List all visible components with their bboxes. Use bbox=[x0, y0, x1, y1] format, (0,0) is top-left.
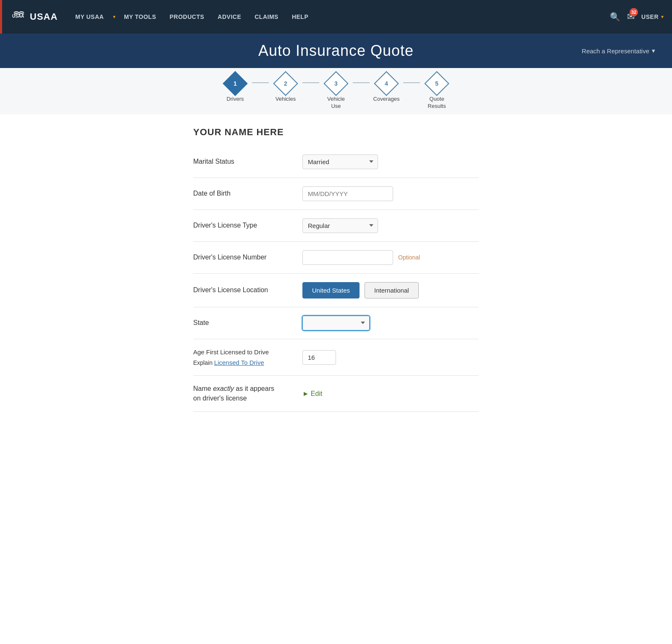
license-location-control: United States International bbox=[302, 282, 479, 298]
international-button[interactable]: International bbox=[365, 282, 419, 298]
header-banner: Auto Insurance Quote Reach a Representat… bbox=[0, 34, 672, 68]
logo-text: USAA bbox=[30, 11, 58, 22]
date-of-birth-row: Date of Birth bbox=[193, 178, 479, 210]
step-2-vehicles[interactable]: 2 Vehicles bbox=[260, 75, 311, 110]
age-licensed-control bbox=[302, 350, 479, 365]
step-2-label: Vehicles bbox=[276, 96, 296, 103]
step-1-drivers[interactable]: 1 Drivers bbox=[210, 75, 260, 110]
age-licensed-input[interactable] bbox=[302, 350, 336, 365]
step-3-number: 3 bbox=[334, 80, 338, 87]
nav-links: MY USAA ▾ MY TOOLS PRODUCTS ADVICE CLAIM… bbox=[70, 13, 610, 20]
age-licensed-row: Age First Licensed to Drive Explain Lice… bbox=[193, 339, 479, 376]
date-of-birth-input[interactable] bbox=[302, 186, 393, 201]
user-chevron-icon: ▾ bbox=[661, 14, 664, 20]
license-number-label: Driver's License Number bbox=[193, 253, 302, 262]
nav-claims[interactable]: CLAIMS bbox=[249, 13, 284, 20]
license-type-select[interactable]: Regular Commercial Learner's Permit None bbox=[302, 218, 378, 233]
logo-area[interactable]: USAA USAA bbox=[10, 8, 58, 25]
nav-advice[interactable]: ADVICE bbox=[213, 13, 246, 20]
license-type-row: Driver's License Type Regular Commercial… bbox=[193, 210, 479, 242]
usaa-logo-icon: USAA bbox=[10, 8, 27, 25]
nav-my-usaa[interactable]: MY USAA bbox=[70, 13, 109, 20]
explain-area: Explain Licensed To Drive bbox=[193, 358, 302, 367]
step-5-diamond: 5 bbox=[424, 71, 449, 96]
name-label-text: Name exactly as it appearson driver's li… bbox=[193, 385, 274, 401]
marital-status-row: Marital Status Married Single Divorced W… bbox=[193, 146, 479, 178]
user-menu[interactable]: USER ▾ bbox=[641, 13, 664, 20]
step-4-label: Coverages bbox=[373, 96, 400, 103]
section-title: YOUR NAME HERE bbox=[193, 127, 479, 138]
reach-rep-chevron-icon: ▾ bbox=[652, 47, 655, 55]
step-1-diamond: 1 bbox=[223, 71, 247, 96]
page-title: Auto Insurance Quote bbox=[258, 42, 414, 60]
step-1-number: 1 bbox=[234, 80, 237, 87]
date-of-birth-control bbox=[302, 186, 479, 201]
step-2-diamond: 2 bbox=[273, 71, 298, 96]
reach-rep-label: Reach a Representative bbox=[582, 47, 649, 55]
name-on-license-control: ► Edit bbox=[302, 390, 479, 398]
marital-status-control: Married Single Divorced Widowed bbox=[302, 154, 479, 169]
nav-products[interactable]: PRODUCTS bbox=[165, 13, 210, 20]
step-5-number: 5 bbox=[435, 80, 438, 87]
license-number-control: Optional bbox=[302, 250, 479, 265]
name-on-license-row: Name exactly as it appearson driver's li… bbox=[193, 376, 479, 412]
step-5-results[interactable]: 5 QuoteResults bbox=[412, 75, 462, 110]
state-control: Alabama Alaska Arizona California Texas bbox=[302, 316, 479, 330]
reach-representative-button[interactable]: Reach a Representative ▾ bbox=[582, 47, 655, 55]
main-form: YOUR NAME HERE Marital Status Married Si… bbox=[176, 127, 496, 412]
licensed-to-drive-link[interactable]: Licensed To Drive bbox=[214, 359, 264, 366]
user-label: USER bbox=[641, 13, 659, 20]
step-4-coverages[interactable]: 4 Coverages bbox=[361, 75, 412, 110]
name-on-license-label: Name exactly as it appearson driver's li… bbox=[193, 384, 302, 403]
license-type-label: Driver's License Type bbox=[193, 221, 302, 230]
license-location-label: Driver's License Location bbox=[193, 285, 302, 295]
messages-button[interactable]: ✉ 32 bbox=[627, 11, 635, 22]
explain-text: Explain bbox=[193, 359, 214, 366]
step-1-label: Drivers bbox=[226, 96, 244, 103]
license-location-row: Driver's License Location United States … bbox=[193, 274, 479, 307]
edit-label: Edit bbox=[311, 390, 323, 398]
license-type-control: Regular Commercial Learner's Permit None bbox=[302, 218, 479, 233]
optional-label: Optional bbox=[398, 254, 420, 261]
marital-status-label: Marital Status bbox=[193, 157, 302, 166]
state-label: State bbox=[193, 318, 302, 327]
nav-help[interactable]: HELP bbox=[287, 13, 313, 20]
date-of-birth-label: Date of Birth bbox=[193, 189, 302, 198]
edit-button[interactable]: ► Edit bbox=[302, 390, 322, 398]
step-5-label: QuoteResults bbox=[428, 96, 446, 110]
step-4-number: 4 bbox=[385, 80, 388, 87]
svg-text:USAA: USAA bbox=[12, 14, 24, 18]
step-3-diamond: 3 bbox=[323, 71, 348, 96]
license-number-input[interactable] bbox=[302, 250, 393, 265]
marital-status-select[interactable]: Married Single Divorced Widowed bbox=[302, 154, 378, 169]
message-badge: 32 bbox=[630, 8, 638, 16]
age-licensed-label-area: Age First Licensed to Drive Explain Lice… bbox=[193, 348, 302, 367]
state-row: State Alabama Alaska Arizona California … bbox=[193, 307, 479, 339]
navigation-bar: USAA USAA MY USAA ▾ MY TOOLS PRODUCTS AD… bbox=[0, 0, 672, 34]
step-3-vehicle-use[interactable]: 3 VehicleUse bbox=[311, 75, 361, 110]
nav-my-tools[interactable]: MY TOOLS bbox=[119, 13, 161, 20]
age-licensed-label: Age First Licensed to Drive bbox=[193, 348, 302, 356]
step-4-diamond: 4 bbox=[374, 71, 399, 96]
step-2-number: 2 bbox=[284, 80, 287, 87]
edit-arrow-icon: ► bbox=[302, 390, 309, 398]
search-icon[interactable]: 🔍 bbox=[610, 12, 620, 22]
step-3-label: VehicleUse bbox=[327, 96, 345, 110]
state-select[interactable]: Alabama Alaska Arizona California Texas bbox=[302, 316, 370, 330]
license-number-row: Driver's License Number Optional bbox=[193, 242, 479, 274]
progress-steps: 1 Drivers 2 Vehicles 3 VehicleUse 4 Cove… bbox=[0, 68, 672, 114]
nav-right-controls: 🔍 ✉ 32 USER ▾ bbox=[610, 11, 664, 22]
united-states-button[interactable]: United States bbox=[302, 282, 360, 298]
my-usaa-chevron-icon: ▾ bbox=[113, 14, 116, 20]
